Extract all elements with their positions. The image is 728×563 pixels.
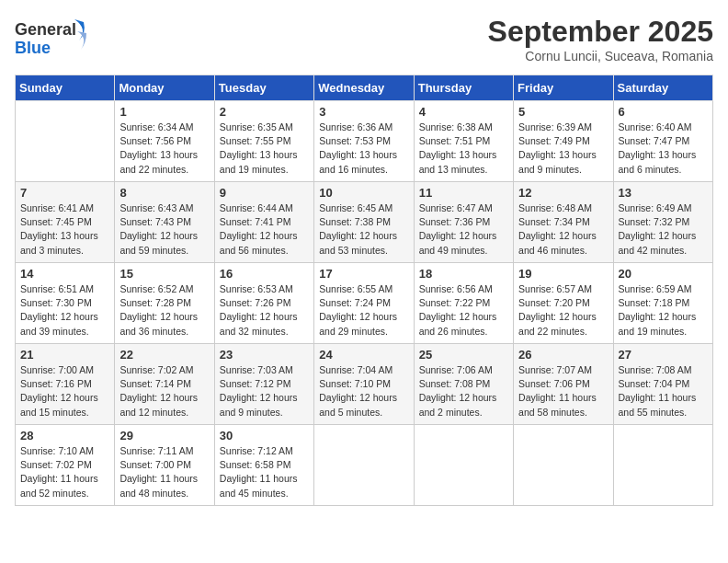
day-number: 19 [518, 267, 608, 281]
header-thursday: Thursday [414, 75, 513, 101]
day-number: 23 [220, 348, 309, 362]
day-number: 11 [419, 186, 508, 200]
day-number: 3 [319, 105, 408, 119]
day-cell: 18Sunrise: 6:56 AM Sunset: 7:22 PM Dayli… [414, 263, 513, 344]
day-cell: 13Sunrise: 6:49 AM Sunset: 7:32 PM Dayli… [613, 182, 712, 263]
day-number: 14 [20, 267, 109, 281]
day-number: 18 [419, 267, 508, 281]
day-info: Sunrise: 6:47 AM Sunset: 7:36 PM Dayligh… [419, 201, 508, 258]
day-info: Sunrise: 6:55 AM Sunset: 7:24 PM Dayligh… [319, 282, 408, 339]
day-number: 26 [518, 348, 608, 362]
day-info: Sunrise: 6:56 AM Sunset: 7:22 PM Dayligh… [419, 282, 508, 339]
day-info: Sunrise: 7:04 AM Sunset: 7:10 PM Dayligh… [319, 363, 408, 419]
day-info: Sunrise: 6:57 AM Sunset: 7:20 PM Dayligh… [518, 282, 608, 339]
svg-text:General: General [15, 20, 76, 39]
day-info: Sunrise: 6:44 AM Sunset: 7:41 PM Dayligh… [220, 201, 309, 258]
day-number: 5 [518, 105, 608, 119]
day-cell: 28Sunrise: 7:10 AM Sunset: 7:02 PM Dayli… [16, 425, 115, 506]
day-info: Sunrise: 6:36 AM Sunset: 7:53 PM Dayligh… [319, 121, 408, 177]
week-row-4: 21Sunrise: 7:00 AM Sunset: 7:16 PM Dayli… [16, 344, 713, 425]
day-cell: 15Sunrise: 6:52 AM Sunset: 7:28 PM Dayli… [115, 263, 214, 344]
day-info: Sunrise: 7:11 AM Sunset: 7:00 PM Dayligh… [119, 444, 209, 500]
day-number: 30 [220, 429, 309, 442]
week-row-1: 1Sunrise: 6:34 AM Sunset: 7:56 PM Daylig… [16, 101, 713, 182]
week-row-2: 7Sunrise: 6:41 AM Sunset: 7:45 PM Daylig… [16, 182, 713, 263]
page-header: GeneralBlue September 2025 Cornu Luncii,… [15, 15, 713, 63]
day-info: Sunrise: 6:43 AM Sunset: 7:43 PM Dayligh… [119, 201, 209, 258]
day-cell: 4Sunrise: 6:38 AM Sunset: 7:51 PM Daylig… [414, 101, 513, 182]
day-cell: 23Sunrise: 7:03 AM Sunset: 7:12 PM Dayli… [214, 344, 313, 425]
day-info: Sunrise: 6:51 AM Sunset: 7:30 PM Dayligh… [20, 282, 109, 339]
day-cell: 25Sunrise: 7:06 AM Sunset: 7:08 PM Dayli… [414, 344, 513, 425]
day-cell: 22Sunrise: 7:02 AM Sunset: 7:14 PM Dayli… [115, 344, 214, 425]
day-info: Sunrise: 7:08 AM Sunset: 7:04 PM Dayligh… [619, 363, 708, 419]
day-cell: 20Sunrise: 6:59 AM Sunset: 7:18 PM Dayli… [613, 263, 712, 344]
calendar-table: SundayMondayTuesdayWednesdayThursdayFrid… [15, 75, 713, 506]
day-number: 16 [220, 267, 309, 281]
day-cell [314, 425, 414, 506]
day-cell: 2Sunrise: 6:35 AM Sunset: 7:55 PM Daylig… [214, 101, 313, 182]
header-wednesday: Wednesday [314, 75, 414, 101]
day-cell: 16Sunrise: 6:53 AM Sunset: 7:26 PM Dayli… [214, 263, 313, 344]
day-number: 13 [619, 186, 708, 200]
day-number: 20 [619, 267, 708, 281]
day-number: 17 [319, 267, 408, 281]
day-cell: 26Sunrise: 7:07 AM Sunset: 7:06 PM Dayli… [514, 344, 613, 425]
day-cell: 5Sunrise: 6:39 AM Sunset: 7:49 PM Daylig… [514, 101, 613, 182]
day-info: Sunrise: 6:48 AM Sunset: 7:34 PM Dayligh… [518, 201, 608, 258]
day-info: Sunrise: 6:35 AM Sunset: 7:55 PM Dayligh… [220, 121, 309, 177]
day-number: 4 [419, 105, 508, 119]
day-cell: 17Sunrise: 6:55 AM Sunset: 7:24 PM Dayli… [314, 263, 414, 344]
day-info: Sunrise: 7:00 AM Sunset: 7:16 PM Dayligh… [20, 363, 109, 419]
week-row-3: 14Sunrise: 6:51 AM Sunset: 7:30 PM Dayli… [16, 263, 713, 344]
day-number: 28 [20, 429, 109, 442]
location: Cornu Luncii, Suceava, Romania [488, 49, 713, 63]
day-cell: 24Sunrise: 7:04 AM Sunset: 7:10 PM Dayli… [314, 344, 414, 425]
day-cell: 6Sunrise: 6:40 AM Sunset: 7:47 PM Daylig… [613, 101, 712, 182]
day-info: Sunrise: 6:41 AM Sunset: 7:45 PM Dayligh… [20, 201, 109, 258]
day-cell: 19Sunrise: 6:57 AM Sunset: 7:20 PM Dayli… [514, 263, 613, 344]
day-info: Sunrise: 6:52 AM Sunset: 7:28 PM Dayligh… [119, 282, 209, 339]
day-number: 10 [319, 186, 408, 200]
day-info: Sunrise: 6:45 AM Sunset: 7:38 PM Dayligh… [319, 201, 408, 258]
day-number: 21 [20, 348, 109, 362]
day-info: Sunrise: 7:03 AM Sunset: 7:12 PM Dayligh… [220, 363, 309, 419]
day-cell [414, 425, 513, 506]
title-block: September 2025 Cornu Luncii, Suceava, Ro… [488, 15, 713, 63]
day-number: 22 [119, 348, 209, 362]
day-info: Sunrise: 7:06 AM Sunset: 7:08 PM Dayligh… [419, 363, 508, 419]
day-info: Sunrise: 6:40 AM Sunset: 7:47 PM Dayligh… [619, 121, 708, 177]
day-number: 8 [119, 186, 209, 200]
day-number: 27 [619, 348, 708, 362]
day-number: 29 [119, 429, 209, 442]
day-number: 9 [220, 186, 309, 200]
day-info: Sunrise: 6:59 AM Sunset: 7:18 PM Dayligh… [619, 282, 708, 339]
header-saturday: Saturday [613, 75, 712, 101]
header-tuesday: Tuesday [214, 75, 313, 101]
day-info: Sunrise: 6:38 AM Sunset: 7:51 PM Dayligh… [419, 121, 508, 177]
day-cell: 11Sunrise: 6:47 AM Sunset: 7:36 PM Dayli… [414, 182, 513, 263]
day-cell: 7Sunrise: 6:41 AM Sunset: 7:45 PM Daylig… [16, 182, 115, 263]
day-cell: 14Sunrise: 6:51 AM Sunset: 7:30 PM Dayli… [16, 263, 115, 344]
day-number: 12 [518, 186, 608, 200]
day-number: 24 [319, 348, 408, 362]
day-number: 25 [419, 348, 508, 362]
day-cell [514, 425, 613, 506]
day-cell: 3Sunrise: 6:36 AM Sunset: 7:53 PM Daylig… [314, 101, 414, 182]
day-info: Sunrise: 6:34 AM Sunset: 7:56 PM Dayligh… [119, 121, 209, 177]
header-row: SundayMondayTuesdayWednesdayThursdayFrid… [16, 75, 713, 101]
header-monday: Monday [115, 75, 214, 101]
day-number: 6 [619, 105, 708, 119]
day-info: Sunrise: 6:39 AM Sunset: 7:49 PM Dayligh… [518, 121, 608, 177]
day-info: Sunrise: 6:49 AM Sunset: 7:32 PM Dayligh… [619, 201, 708, 258]
day-cell: 27Sunrise: 7:08 AM Sunset: 7:04 PM Dayli… [613, 344, 712, 425]
day-number: 15 [119, 267, 209, 281]
day-cell: 21Sunrise: 7:00 AM Sunset: 7:16 PM Dayli… [16, 344, 115, 425]
day-info: Sunrise: 7:07 AM Sunset: 7:06 PM Dayligh… [518, 363, 608, 419]
day-cell: 12Sunrise: 6:48 AM Sunset: 7:34 PM Dayli… [514, 182, 613, 263]
svg-text:Blue: Blue [15, 39, 51, 57]
day-cell: 8Sunrise: 6:43 AM Sunset: 7:43 PM Daylig… [115, 182, 214, 263]
header-friday: Friday [514, 75, 613, 101]
day-cell: 29Sunrise: 7:11 AM Sunset: 7:00 PM Dayli… [115, 425, 214, 506]
day-cell: 30Sunrise: 7:12 AM Sunset: 6:58 PM Dayli… [214, 425, 313, 506]
